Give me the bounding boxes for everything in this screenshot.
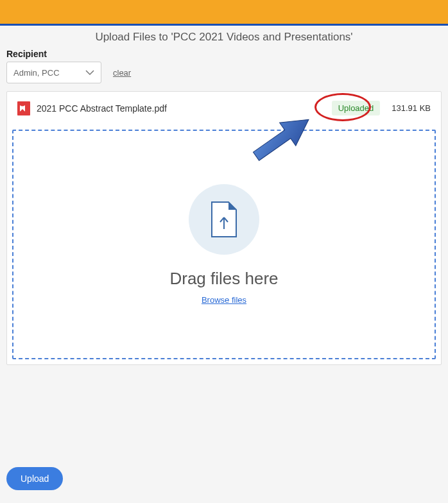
document-upload-icon: [209, 201, 239, 238]
page-title: Upload Files to 'PCC 2021 Videos and Pre…: [6, 31, 442, 44]
recipient-select[interactable]: Admin, PCC: [6, 62, 101, 83]
pdf-icon: [17, 101, 30, 115]
upload-button[interactable]: Upload: [6, 467, 63, 490]
file-name: 2021 PCC Abstract Template.pdf: [37, 103, 325, 114]
chevron-down-icon: [85, 69, 94, 76]
status-badge: Uploaded: [332, 101, 381, 115]
main-content: Upload Files to 'PCC 2021 Videos and Pre…: [0, 26, 448, 365]
drop-circle: [189, 184, 259, 255]
browse-files-link[interactable]: Browse files: [202, 295, 246, 305]
file-size: 131.91 KB: [392, 103, 431, 113]
recipient-row: Admin, PCC clear: [6, 62, 442, 83]
clear-link[interactable]: clear: [113, 68, 131, 78]
top-banner: [0, 0, 448, 26]
recipient-label: Recipient: [6, 49, 442, 59]
drag-files-text: Drag files here: [169, 269, 278, 289]
recipient-selected-value: Admin, PCC: [13, 68, 60, 78]
drop-zone[interactable]: Drag files here Browse files: [12, 130, 436, 359]
uploaded-file-row: 2021 PCC Abstract Template.pdf Uploaded …: [7, 92, 441, 124]
file-upload-card: 2021 PCC Abstract Template.pdf Uploaded …: [6, 91, 442, 365]
